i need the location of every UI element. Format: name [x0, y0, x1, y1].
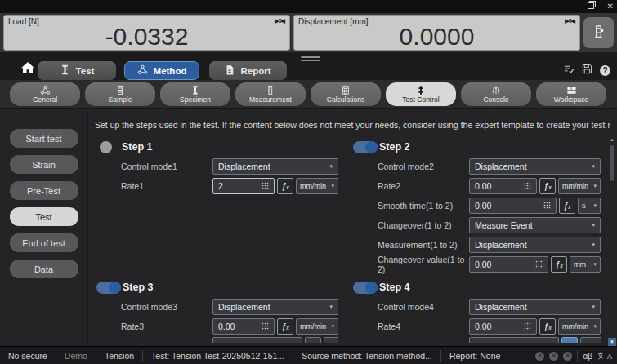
readout-strip: Load [N] ▶0◀ -0.0332 Displacement [mm] ▶…	[0, 13, 617, 52]
restore-icon[interactable]	[588, 0, 596, 13]
sidebar-item-start-test[interactable]: Start test	[10, 129, 78, 148]
unit-value: s	[582, 202, 586, 210]
rate4-unit-dropdown[interactable]: mm/min ▾	[558, 318, 601, 335]
tab-report-label: Report	[240, 66, 270, 76]
step-4-toggle[interactable]	[353, 282, 378, 294]
control-mode2-dropdown[interactable]: Displacement ▾	[469, 158, 601, 175]
fx-formula-button[interactable]: ƒx	[539, 178, 556, 194]
ribbon-sample-label: Sample	[109, 96, 132, 104]
fx-formula-button[interactable]: ƒx	[277, 178, 293, 194]
step-2-section: Step 2 Control mode2 Displacement ▾ Rate…	[353, 139, 601, 273]
keypad-icon[interactable]	[543, 201, 551, 211]
keypad-icon[interactable]	[535, 260, 543, 269]
control-mode4-dropdown[interactable]: Displacement ▾	[469, 299, 601, 315]
rate1-row: Rate1 2 ƒx mm/min ▾	[96, 177, 338, 194]
ribbon-specimen-button[interactable]: Specimen	[160, 82, 230, 106]
chevron-down-icon: ▾	[329, 304, 333, 310]
rate3-unit-dropdown[interactable]: mm/min ▾	[296, 318, 338, 335]
sidebar-item-pre-test[interactable]: Pre-Test	[10, 181, 78, 200]
translate-icon[interactable]: A	[597, 352, 612, 361]
rate1-input[interactable]: 2	[212, 178, 275, 194]
step-3-section: Step 3 Control mode3 Displacement ▾ Rate…	[96, 279, 338, 343]
titlebar: – ✕	[0, 0, 617, 13]
smooth-time-input[interactable]: 0.00	[469, 198, 557, 214]
step-1-section: Step 1 Control mode1 Displacement ▾ Rate…	[96, 139, 338, 194]
intro-text: Set up the steps used in the test. If th…	[95, 120, 610, 130]
fx-formula-button[interactable]: ƒx	[559, 198, 575, 214]
window-controls: – ✕	[571, 0, 614, 13]
rate2-unit-dropdown[interactable]: mm/min ▾	[558, 178, 601, 194]
field-label: Rate4	[378, 322, 469, 331]
input-value: 2	[218, 181, 223, 191]
keypad-icon[interactable]	[524, 181, 531, 191]
sidebar-item-data[interactable]: Data	[10, 260, 78, 278]
unit-value: mm/min	[562, 182, 588, 190]
rate2-input[interactable]: 0.00	[469, 178, 537, 194]
clipped-next-row	[353, 337, 601, 343]
sidebar-item-strain[interactable]: Strain	[10, 155, 78, 174]
help-icon[interactable]: ?	[600, 65, 610, 76]
sidebar-item-test[interactable]: Test	[10, 207, 78, 226]
ribbon-specimen-label: Specimen	[180, 96, 211, 104]
changeover-dropdown[interactable]: Measure Event ▾	[469, 217, 601, 233]
ribbon-general-button[interactable]: General	[10, 82, 80, 106]
save-icon[interactable]	[582, 63, 592, 78]
tab-test[interactable]: Test	[38, 61, 116, 80]
scroll-down-icon[interactable]: ▼	[608, 338, 616, 346]
ribbon-workspace-button[interactable]: Workspace	[536, 82, 606, 106]
test-file-status: Test: Tension Test-20250512-151...	[143, 351, 293, 361]
control-mode3-dropdown[interactable]: Displacement ▾	[212, 299, 338, 315]
keypad-icon[interactable]	[262, 181, 269, 191]
scroll-up-icon[interactable]: ▲	[608, 135, 616, 144]
ribbon-test-control-button[interactable]: Test Control	[386, 82, 456, 106]
minimize-icon[interactable]: –	[571, 0, 576, 13]
ribbon-sample-button[interactable]: Sample	[85, 82, 155, 106]
dropdown-value: Displacement	[475, 240, 527, 250]
load-readout-value: -0.0332	[4, 23, 289, 51]
keypad-icon[interactable]	[262, 322, 269, 331]
field-label: Rate1	[121, 181, 212, 191]
drag-handle[interactable]	[301, 56, 320, 63]
chevron-down-icon: ▾	[331, 323, 334, 330]
step-3-toggle[interactable]	[96, 282, 121, 294]
chevron-down-icon: ▾	[593, 261, 597, 268]
vertical-scrollbar[interactable]: ▲ ▼	[608, 135, 616, 346]
connection-indicator-icon[interactable]: ✕	[549, 352, 558, 361]
sidebar-item-end-of-test[interactable]: End of test	[10, 233, 78, 252]
smooth-time-unit-dropdown[interactable]: s ▾	[578, 198, 601, 214]
fx-formula-button[interactable]: ƒx	[551, 256, 567, 273]
ribbon-measurement-button[interactable]: Measurement	[235, 82, 306, 106]
changeover-value-unit-dropdown[interactable]: mm ▾	[570, 256, 601, 273]
document-icon	[225, 64, 235, 77]
keypad-icon[interactable]	[524, 322, 531, 331]
measurement-dropdown[interactable]: Displacement ▾	[469, 237, 601, 253]
ribbon-console-button[interactable]: Console	[461, 82, 531, 106]
rate4-input[interactable]: 0.00	[469, 318, 537, 335]
changeover-value-input[interactable]: 0.00	[469, 256, 548, 273]
scrollbar-thumb[interactable]	[610, 145, 614, 181]
machine-panel-button[interactable]	[583, 17, 614, 48]
tab-method[interactable]: Method	[124, 61, 199, 80]
step-4-title: Step 4	[379, 282, 410, 293]
clipped-next-row	[96, 337, 338, 343]
fx-formula-button[interactable]: ƒx	[277, 318, 293, 335]
home-button[interactable]	[21, 62, 34, 77]
tab-report[interactable]: Report	[209, 61, 287, 80]
control-mode1-dropdown[interactable]: Displacement ▾	[212, 158, 338, 175]
step-2-toggle[interactable]	[353, 141, 378, 153]
connection-indicator-icon[interactable]: ✕	[563, 352, 572, 361]
chevron-down-icon: ▾	[592, 163, 595, 170]
field-label: Measurement(1 to 2)	[378, 240, 469, 250]
tab-actions: ?	[563, 63, 610, 78]
report-status: Report: None	[441, 351, 508, 361]
rate3-input[interactable]: 0.00	[212, 318, 275, 335]
input-value: 0.00	[218, 322, 235, 331]
rate1-unit-dropdown[interactable]: mm/min ▾	[296, 178, 338, 194]
checklist-icon[interactable]	[563, 63, 575, 78]
close-icon[interactable]: ✕	[607, 0, 614, 13]
ribbon-calculations-button[interactable]: Calculations	[311, 82, 381, 106]
fx-formula-button[interactable]: ƒx	[539, 318, 556, 335]
testing-machine-icon	[592, 24, 606, 42]
alphabet-input-icon[interactable]: αβ	[583, 352, 592, 361]
connection-indicator-icon[interactable]: ✕	[535, 352, 544, 361]
